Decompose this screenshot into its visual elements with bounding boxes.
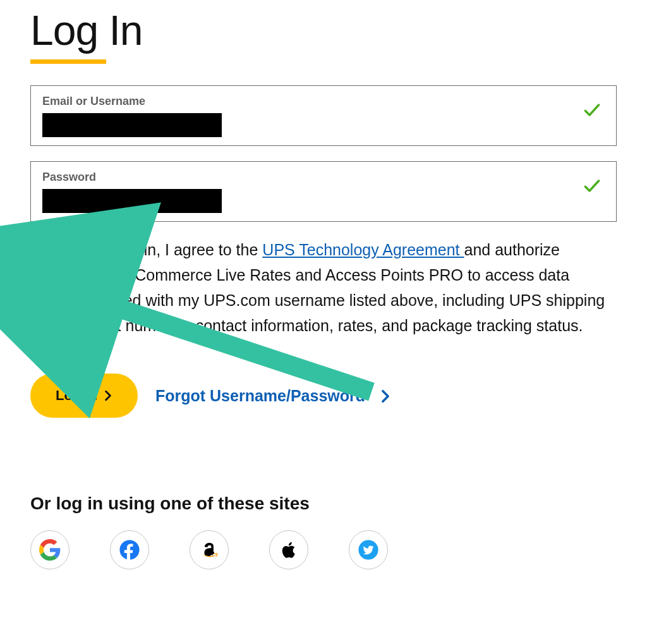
username-field-container[interactable]: Email or Username [30, 85, 617, 146]
google-login-button[interactable] [30, 530, 70, 569]
forgot-link[interactable]: Forgot Username/Password [155, 387, 390, 405]
apple-login-button[interactable] [269, 530, 308, 569]
social-row [30, 530, 617, 569]
action-row: Log In Forgot Username/Password [30, 374, 617, 418]
consent-checkbox[interactable] [30, 238, 52, 260]
facebook-login-button[interactable] [110, 530, 149, 569]
consent-pre: By logging in, I agree to the [66, 241, 262, 258]
chevron-right-icon [104, 390, 112, 401]
checkmark-icon [582, 100, 602, 120]
password-field-container[interactable]: Password [30, 161, 617, 222]
amazon-login-button[interactable] [190, 530, 229, 569]
apple-icon [278, 539, 299, 561]
username-label: Email or Username [42, 95, 605, 108]
password-label: Password [42, 171, 605, 184]
password-input[interactable] [42, 189, 222, 213]
consent-text: By logging in, I agree to the UPS Techno… [66, 237, 617, 338]
login-button[interactable]: Log In [30, 374, 138, 418]
page-title: Log In [30, 6, 617, 54]
title-underline [30, 59, 106, 64]
ups-technology-agreement-link[interactable]: UPS Technology Agreement [262, 241, 464, 258]
consent-row: By logging in, I agree to the UPS Techno… [30, 237, 617, 338]
username-input[interactable] [42, 113, 222, 137]
chevron-right-icon [380, 389, 390, 403]
checkmark-icon [582, 176, 602, 196]
amazon-icon [198, 539, 220, 561]
login-button-label: Log In [56, 387, 97, 404]
twitter-icon [358, 539, 379, 561]
alt-login-heading: Or log in using one of these sites [30, 494, 617, 514]
forgot-link-label: Forgot Username/Password [155, 387, 365, 405]
google-icon [39, 539, 61, 561]
facebook-icon [119, 539, 140, 561]
twitter-login-button[interactable] [349, 530, 388, 569]
